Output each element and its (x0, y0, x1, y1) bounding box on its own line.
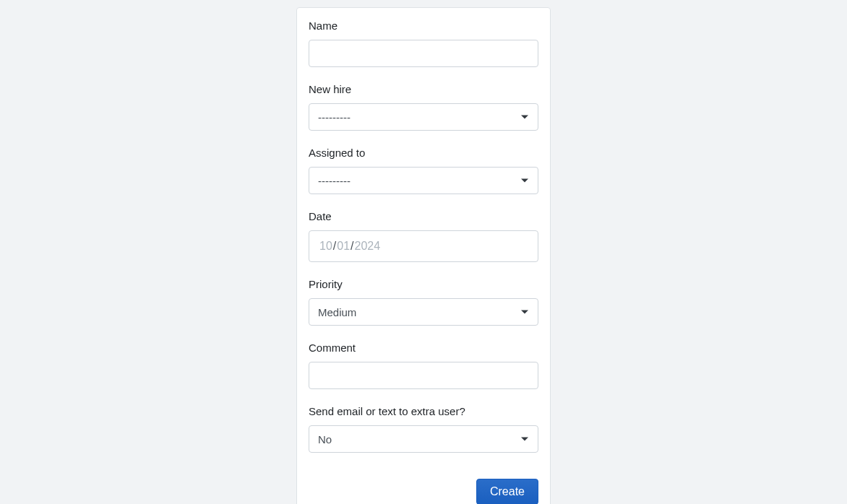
form-actions: Create (309, 479, 538, 504)
name-input[interactable] (309, 40, 538, 67)
new-hire-select-wrapper: --------- (309, 103, 538, 131)
date-month: 10 (319, 240, 332, 253)
comment-label: Comment (309, 342, 538, 355)
date-day: 01 (337, 240, 350, 253)
new-hire-label: New hire (309, 83, 538, 96)
assigned-to-select[interactable]: --------- (309, 167, 538, 194)
date-label: Date (309, 210, 538, 223)
form-group-comment: Comment (309, 342, 538, 389)
form-group-date: Date 10 / 01 / 2024 (309, 210, 538, 262)
priority-select[interactable]: Medium (309, 298, 538, 326)
assigned-to-label: Assigned to (309, 147, 538, 160)
name-label: Name (309, 19, 538, 32)
form-group-priority: Priority Medium (309, 278, 538, 326)
form-card: Name New hire --------- Assigned to ----… (296, 7, 551, 504)
date-input[interactable]: 10 / 01 / 2024 (309, 230, 538, 262)
priority-label: Priority (309, 278, 538, 291)
assigned-to-select-wrapper: --------- (309, 167, 538, 194)
form-group-new-hire: New hire --------- (309, 83, 538, 131)
form-group-send-extra: Send email or text to extra user? No (309, 405, 538, 453)
new-hire-select[interactable]: --------- (309, 103, 538, 131)
send-extra-select-wrapper: No (309, 425, 538, 453)
create-button[interactable]: Create (476, 479, 538, 504)
send-extra-select[interactable]: No (309, 425, 538, 453)
form-group-name: Name (309, 19, 538, 67)
send-extra-label: Send email or text to extra user? (309, 405, 538, 418)
comment-input[interactable] (309, 362, 538, 389)
date-year: 2024 (355, 240, 381, 253)
priority-select-wrapper: Medium (309, 298, 538, 326)
form-group-assigned-to: Assigned to --------- (309, 147, 538, 194)
